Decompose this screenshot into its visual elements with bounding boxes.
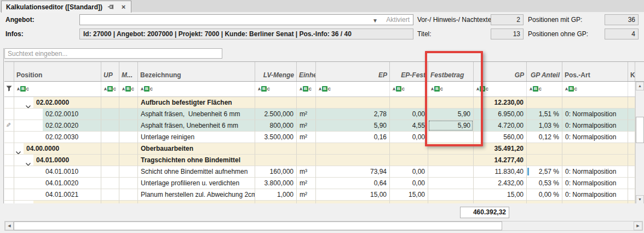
cell-festbetrag[interactable]: 5,90 [428,120,474,132]
scroll-up-button[interactable]: ▲ [636,82,644,90]
cell-m[interactable] [119,189,138,201]
cell-ep[interactable] [316,143,390,155]
cell-position[interactable]: 02.02.0020 [14,120,101,132]
cell-festbetrag[interactable] [428,189,474,201]
cell-einheit[interactable]: m² [297,120,316,132]
cell-lv[interactable] [255,155,297,166]
cell-bezeichnung[interactable]: Unterlage profilieren u. verdichten [138,178,255,189]
cell-festbetrag[interactable] [428,97,474,109]
cell-bezeichnung[interactable]: Asphalt fräsen, Unebenheit 6 mm [138,120,255,132]
cell-ka[interactable] [628,166,635,178]
cell-pos_art[interactable] [562,155,628,166]
group-row-02.02.0000[interactable]: 02.02.0000Aufbruch befestigter Flächen12… [4,97,644,109]
cell-einheit[interactable] [297,143,316,155]
cell-ep_fest[interactable]: 0,00 [390,132,428,143]
cell-gp_anteil[interactable]: 1,03 % [527,120,562,132]
scroll-down-button[interactable]: ▼ [636,195,644,204]
filter-cell-position[interactable]: ABC [14,82,101,96]
column-header-gp[interactable]: GP [474,62,527,81]
filter-cell-m[interactable]: ABC [119,82,138,96]
column-header-pos_art[interactable]: Pos.-Art [562,62,628,81]
column-header-bezeichnung[interactable]: Bezeichnung [138,62,255,81]
cell-gp[interactable]: 6.950,00 [474,109,527,120]
item-row-04.01.0021[interactable]: 04.01.0021Planum herstellen zul. Abweich… [4,189,644,201]
cell-up[interactable] [101,143,119,155]
filter-cell-ka[interactable] [628,82,635,96]
column-header-lv[interactable]: LV-Menge [255,62,297,81]
pin-icon[interactable] [107,3,115,11]
cell-m[interactable] [119,155,138,166]
filter-cell-gp[interactable]: ABC [474,82,527,96]
cell-bezeichnung[interactable]: Schicht ohne Bindemittel aufnehmen [138,166,255,178]
cell-festbetrag[interactable] [428,155,474,166]
cell-festbetrag[interactable] [428,132,474,143]
scroll-left-button[interactable]: ◀ [5,221,14,230]
column-header-ep_fest[interactable]: EP-Fest [390,62,428,81]
vertical-scroll-thumb[interactable] [636,117,644,143]
cell-lv[interactable]: 2.500,000 [255,109,297,120]
cell-lv[interactable]: 160,000 [255,166,297,178]
cell-up[interactable] [101,166,119,178]
cell-ep[interactable]: 73,94 [316,166,390,178]
cell-pos_art[interactable]: 0: Normalposition [562,109,628,120]
column-header-m[interactable]: M... [119,62,138,81]
filter-cell-festbetrag[interactable]: ABC [428,82,474,96]
cell-up[interactable] [101,132,119,143]
cell-ep[interactable]: 2,78 [316,109,390,120]
cell-m[interactable] [119,109,138,120]
cell-ka[interactable] [628,120,635,132]
cell-gp[interactable]: 12.230,00 [474,97,527,109]
cell-gp_anteil[interactable]: 2,57 % [527,166,562,178]
vertical-scrollbar[interactable]: ▲ ▼ [635,82,644,204]
cell-einheit[interactable]: m² [297,132,316,143]
horizontal-scrollbar[interactable]: ◀ ▶ [4,221,643,231]
cell-lv[interactable] [255,143,297,155]
cell-bezeichnung[interactable]: Asphalt fräsen, Unebenheit 6 mm [138,109,255,120]
cell-gp[interactable]: 15,00 [474,189,527,201]
cell-gp[interactable]: 35.491,20 [474,143,527,155]
cell-ka[interactable] [628,132,635,143]
item-row-02.02.0020[interactable]: ✎02.02.0020Asphalt fräsen, Unebenheit 6 … [4,120,644,132]
column-header-position[interactable]: Position [14,62,101,81]
cell-ep_fest[interactable] [390,143,428,155]
cell-up[interactable] [101,189,119,201]
cell-gp_anteil[interactable]: 0,00 % [527,189,562,201]
cell-pos_art[interactable]: 0: Normalposition [562,120,628,132]
cell-ka[interactable] [628,109,635,120]
cell-festbetrag[interactable] [428,143,474,155]
cell-gp[interactable]: 2.432,00 [474,178,527,189]
cell-ep[interactable]: 5,90 [316,120,390,132]
cell-einheit[interactable]: m² [297,178,316,189]
cell-position[interactable]: 02.02.0010 [14,109,101,120]
cell-einheit[interactable]: m² [297,189,316,201]
item-row-04.01.0020[interactable]: 04.01.0020Unterlage profilieren u. verdi… [4,178,644,189]
column-header-gp_anteil[interactable]: GP Anteil [527,62,562,81]
cell-ka[interactable] [628,97,635,109]
collapse-chevron-icon[interactable] [16,147,21,151]
filter-cell-einheit[interactable]: ABC [297,82,316,96]
group-row-04.00.0000[interactable]: 04.00.0000Oberbauarbeiten35.491,20 [4,143,644,155]
column-header-festbetrag[interactable]: Festbetrag [428,62,474,81]
close-icon[interactable]: × [119,3,128,11]
cell-gp_anteil[interactable] [527,143,562,155]
cell-festbetrag[interactable] [428,178,474,189]
angebot-combobox[interactable]: Umbau Olympiapark 2016 mit Übersettungst… [79,14,413,25]
cell-m[interactable] [119,132,138,143]
cell-position[interactable]: 04.01.0021 [14,189,101,201]
cell-ep_fest[interactable]: 4,55 [390,120,428,132]
cell-ka[interactable] [628,155,635,166]
cell-pos_art[interactable]: 0: Normalposition [562,178,628,189]
group-row-04.01.0000[interactable]: 04.01.0000Tragschichten ohne Bindemittel… [4,155,644,166]
cell-bezeichnung[interactable]: Unterlage reinigen [138,132,255,143]
item-row-04.01.0010[interactable]: 04.01.0010Schicht ohne Bindemittel aufne… [4,166,644,178]
cell-up[interactable] [101,178,119,189]
cell-position[interactable]: 04.01.0020 [14,178,101,189]
cell-einheit[interactable] [297,97,316,109]
cell-m[interactable] [119,178,138,189]
cell-bezeichnung[interactable]: Aufbruch befestigter Flächen [138,97,255,109]
cell-ep_fest[interactable] [390,155,428,166]
cell-position[interactable]: 04.01.0010 [14,166,101,178]
cell-ep[interactable] [316,155,390,166]
cell-pos_art[interactable] [562,97,628,109]
tab-kalkulationseditor[interactable]: Kalkulationseditor ([Standard]) × [1,1,131,13]
